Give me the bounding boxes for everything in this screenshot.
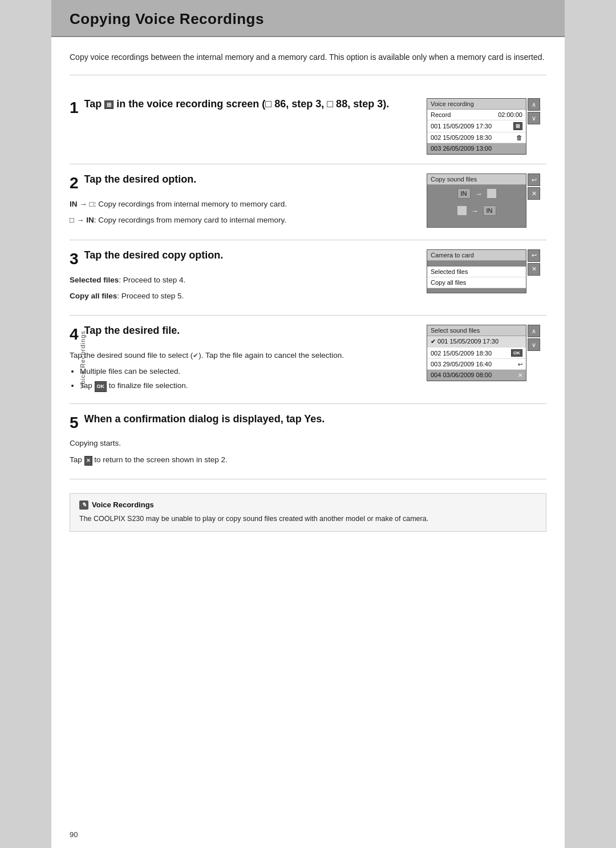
step-5-left: 5 When a confirmation dialog is displaye… [70,413,415,470]
side-label: Voice Recordings [79,330,86,389]
step3-return-icon[interactable]: ↩ [528,249,540,262]
scroll-up-icon[interactable]: ∧ [528,98,540,111]
step-2-left: 2 Tap the desired option. IN → □: Copy r… [70,173,415,230]
step-3-heading: 3 Tap the desired copy option. [70,249,415,268]
screen1-row2: 001 15/05/2009 17:30 ⊞ [427,120,526,132]
screen4-row2: 002 15/05/2009 18:30 OK [427,348,526,359]
screen4-row3: 003 29/05/2009 16:40 ↩ [427,359,526,370]
step-1-screen: Voice recording Record02:00:00 001 15/05… [427,98,546,155]
step4-up-icon[interactable]: ∧ [528,325,540,337]
step-4-heading-text: Tap the desired file. [84,325,180,336]
selected-files-label: Selected files [70,276,119,284]
screen3-selected-files: Selected files [427,266,526,277]
step-2-body: IN → □: Copy recordings from internal me… [70,198,415,227]
step-1-heading: 1 Tap ⊞ in the voice recording screen (□… [70,98,415,117]
screen4-row1: ✔ 001 15/05/2009 17:30 [427,336,526,348]
step-3-copy-all-files: Copy all files: Proceed to step 5. [70,290,415,302]
screen3-side-buttons: ↩ ✕ [528,249,540,293]
title-bar: Copying Voice Recordings [51,0,565,37]
screen1-row1: Record02:00:00 [427,110,526,120]
step-3-left: 3 Tap the desired copy option. Selected … [70,249,415,306]
screen1-header: Voice recording [427,99,526,110]
step-2-option1: IN → □: Copy recordings from internal me… [70,198,415,211]
step-5-tap-x: Tap ✕ to return to the screen shown in s… [70,454,415,466]
return-icon[interactable]: ↩ [528,173,540,186]
step-4-left: 4 Tap the desired file. Tap the desired … [70,325,415,394]
screen1-row4: 003 26/05/2009 13:00 [427,143,526,154]
page-number: 90 [70,830,78,839]
step-1-left: 1 Tap ⊞ in the voice recording screen (□… [70,98,415,123]
step-3-body: Selected files: Proceed to step 4. Copy … [70,274,415,303]
step-4-bullets: Multiple files can be selected. Tap OK t… [80,365,415,393]
note-title: ✎ Voice Recordings [79,500,537,510]
step-3-number: 3 [70,251,79,268]
step-3-heading-text: Tap the desired copy option. [84,249,224,261]
intro-text: Copy voice recordings between the intern… [70,51,546,75]
page-title: Copying Voice Recordings [70,10,546,28]
step-3-section: 3 Tap the desired copy option. Selected … [70,240,546,316]
note-title-text: Voice Recordings [92,500,154,509]
step-4-section: Voice Recordings 4 Tap the desired file.… [70,316,546,404]
step4-down-icon[interactable]: ∨ [528,338,540,351]
screen3-copy-all-files: Copy all files [427,277,526,288]
step-2-option2: □ → IN: Copy recordings from memory card… [70,214,415,227]
x-icon[interactable]: ✕ [528,187,540,200]
step-1-number: 1 [70,99,79,117]
scroll-down-icon[interactable]: ∨ [528,112,540,124]
step-2-heading-text: Tap the desired option. [84,173,197,185]
step-4-body: Tap the desired sound file to select (✔)… [70,349,415,393]
step-5-copying-starts: Copying starts. [70,437,415,450]
screen2-header: Copy sound files [427,174,526,185]
step-4-number: 4 [70,326,79,344]
step-5-number: 5 [70,414,79,432]
screen3-header: Camera to card [427,250,526,261]
screen1-row3: 002 15/05/2009 18:30 🗑 [427,132,526,143]
step-5-heading-text: When a confirmation dialog is displayed,… [84,413,325,425]
note-icon: ✎ [79,500,88,510]
note-text: The COOLPIX S230 may be unable to play o… [79,513,537,524]
screen4-header: Select sound files [427,325,526,336]
note-box: ✎ Voice Recordings The COOLPIX S230 may … [70,493,546,532]
screen2-option1: IN → [427,185,526,202]
step-3-selected-files: Selected files: Proceed to step 4. [70,274,415,286]
step-5-section: 5 When a confirmation dialog is displaye… [70,404,546,479]
step-2-screen: Copy sound files IN → → IN [427,173,546,228]
step-4-bullet1: Multiple files can be selected. [80,365,415,378]
step-2-number: 2 [70,175,79,192]
screen2-side-buttons: ↩ ✕ [528,173,540,228]
step-3-screen: Camera to card Selected files Copy all f… [427,249,546,293]
step-5-heading: 5 When a confirmation dialog is displaye… [70,413,415,432]
step-4-heading: 4 Tap the desired file. [70,325,415,344]
card-to-in-symbol: □ → IN [70,216,94,224]
screen1-side-buttons: ∧ ∨ [528,98,540,155]
step-2-section: 2 Tap the desired option. IN → □: Copy r… [70,164,546,240]
screen2-option2: → IN [427,202,526,219]
step-4-desc: Tap the desired sound file to select (✔)… [70,349,415,362]
step-1-heading-text: Tap ⊞ in the voice recording screen (□ 8… [84,98,390,110]
screen4-row4: 004 03/06/2009 08:00 ✕ [427,370,526,381]
step-1-section: 1 Tap ⊞ in the voice recording screen (□… [70,89,546,164]
step-2-heading: 2 Tap the desired option. [70,173,415,192]
step-4-screen: Select sound files ✔ 001 15/05/2009 17:3… [427,325,546,381]
step-4-bullet2: Tap OK to finalize file selection. [80,379,415,392]
screen4-side-buttons: ∧ ∨ [528,325,540,381]
in-to-card-symbol: IN → □ [70,200,94,208]
copy-all-files-label: Copy all files [70,292,117,300]
step3-x-icon[interactable]: ✕ [528,263,540,276]
step-5-body: Copying starts. Tap ✕ to return to the s… [70,437,415,466]
